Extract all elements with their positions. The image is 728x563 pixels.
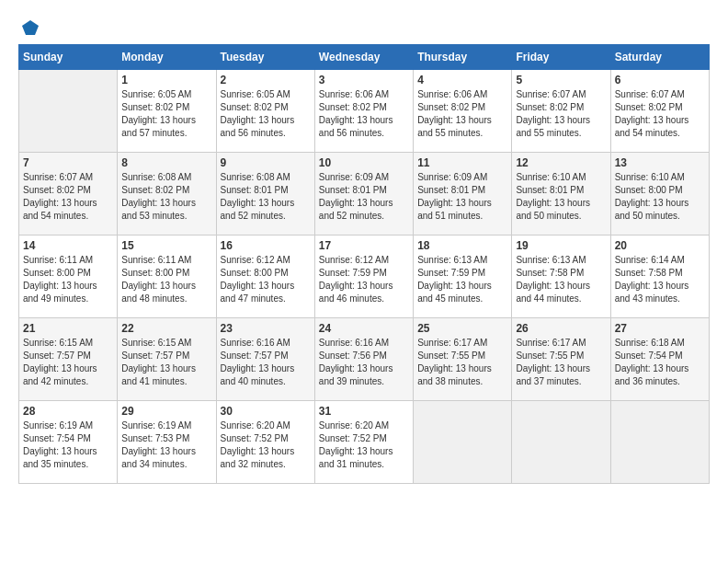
calendar-cell: 27Sunrise: 6:18 AMSunset: 7:54 PMDayligh…	[610, 318, 709, 401]
day-number: 12	[516, 156, 606, 169]
calendar-cell: 25Sunrise: 6:17 AMSunset: 7:55 PMDayligh…	[414, 318, 512, 401]
day-number: 24	[319, 322, 409, 335]
day-info: Sunrise: 6:17 AMSunset: 7:55 PMDaylight:…	[516, 337, 606, 388]
calendar-week-1: 1Sunrise: 6:05 AMSunset: 8:02 PMDaylight…	[19, 70, 710, 153]
calendar-week-3: 14Sunrise: 6:11 AMSunset: 8:00 PMDayligh…	[19, 236, 710, 318]
day-info: Sunrise: 6:10 AMSunset: 8:01 PMDaylight:…	[516, 171, 606, 223]
day-info: Sunrise: 6:11 AMSunset: 8:00 PMDaylight:…	[23, 254, 113, 305]
day-number: 1	[121, 74, 211, 86]
calendar-cell: 1Sunrise: 6:05 AMSunset: 8:02 PMDaylight…	[118, 70, 216, 153]
day-info: Sunrise: 6:19 AMSunset: 7:53 PMDaylight:…	[121, 419, 211, 471]
calendar-table: SundayMondayTuesdayWednesdayThursdayFrid…	[18, 44, 710, 484]
calendar-cell: 9Sunrise: 6:08 AMSunset: 8:01 PMDaylight…	[216, 153, 314, 236]
day-info: Sunrise: 6:10 AMSunset: 8:00 PMDaylight:…	[615, 171, 705, 223]
calendar-cell: 21Sunrise: 6:15 AMSunset: 7:57 PMDayligh…	[19, 318, 118, 401]
calendar-cell	[610, 401, 709, 484]
day-number: 22	[121, 322, 211, 335]
day-number: 14	[23, 239, 113, 252]
day-info: Sunrise: 6:07 AMSunset: 8:02 PMDaylight:…	[615, 88, 705, 140]
calendar-cell: 30Sunrise: 6:20 AMSunset: 7:52 PMDayligh…	[216, 401, 314, 484]
calendar-cell: 16Sunrise: 6:12 AMSunset: 8:00 PMDayligh…	[216, 236, 314, 318]
calendar-week-4: 21Sunrise: 6:15 AMSunset: 7:57 PMDayligh…	[19, 318, 710, 401]
calendar-cell: 28Sunrise: 6:19 AMSunset: 7:54 PMDayligh…	[19, 401, 118, 484]
day-number: 19	[516, 239, 606, 252]
calendar-cell: 18Sunrise: 6:13 AMSunset: 7:59 PMDayligh…	[414, 236, 512, 318]
day-number: 11	[417, 156, 507, 169]
day-number: 13	[615, 156, 705, 169]
day-number: 7	[23, 156, 113, 169]
day-info: Sunrise: 6:18 AMSunset: 7:54 PMDaylight:…	[615, 337, 705, 388]
calendar-cell: 29Sunrise: 6:19 AMSunset: 7:53 PMDayligh…	[118, 401, 216, 484]
day-number: 16	[221, 239, 311, 252]
calendar-cell: 26Sunrise: 6:17 AMSunset: 7:55 PMDayligh…	[512, 318, 610, 401]
day-number: 8	[121, 156, 211, 169]
day-info: Sunrise: 6:20 AMSunset: 7:52 PMDaylight:…	[221, 419, 311, 471]
day-number: 29	[121, 405, 211, 418]
day-info: Sunrise: 6:13 AMSunset: 7:58 PMDaylight:…	[516, 254, 606, 305]
day-number: 10	[319, 156, 409, 169]
calendar-cell: 10Sunrise: 6:09 AMSunset: 8:01 PMDayligh…	[314, 153, 413, 236]
weekday-header-wednesday: Wednesday	[314, 45, 413, 70]
day-info: Sunrise: 6:06 AMSunset: 8:02 PMDaylight:…	[319, 88, 409, 140]
day-info: Sunrise: 6:15 AMSunset: 7:57 PMDaylight:…	[121, 337, 211, 388]
day-number: 3	[319, 74, 409, 86]
calendar-cell: 3Sunrise: 6:06 AMSunset: 8:02 PMDaylight…	[314, 70, 413, 153]
svg-marker-0	[22, 20, 39, 35]
logo	[18, 18, 42, 35]
weekday-header-sunday: Sunday	[19, 45, 118, 70]
calendar-cell: 22Sunrise: 6:15 AMSunset: 7:57 PMDayligh…	[118, 318, 216, 401]
day-number: 15	[121, 239, 211, 252]
day-info: Sunrise: 6:16 AMSunset: 7:57 PMDaylight:…	[221, 337, 311, 388]
day-number: 31	[319, 405, 409, 418]
day-info: Sunrise: 6:17 AMSunset: 7:55 PMDaylight:…	[417, 337, 507, 388]
day-info: Sunrise: 6:12 AMSunset: 7:59 PMDaylight:…	[319, 254, 409, 305]
weekday-header-tuesday: Tuesday	[216, 45, 314, 70]
calendar-cell: 6Sunrise: 6:07 AMSunset: 8:02 PMDaylight…	[610, 70, 709, 153]
day-info: Sunrise: 6:05 AMSunset: 8:02 PMDaylight:…	[121, 88, 211, 140]
day-number: 17	[319, 239, 409, 252]
calendar-cell: 31Sunrise: 6:20 AMSunset: 7:52 PMDayligh…	[314, 401, 413, 484]
calendar-cell: 15Sunrise: 6:11 AMSunset: 8:00 PMDayligh…	[118, 236, 216, 318]
calendar-week-5: 28Sunrise: 6:19 AMSunset: 7:54 PMDayligh…	[19, 401, 710, 484]
day-number: 21	[23, 322, 113, 335]
calendar-cell	[512, 401, 610, 484]
day-info: Sunrise: 6:14 AMSunset: 7:58 PMDaylight:…	[615, 254, 705, 305]
calendar-cell	[19, 70, 118, 153]
day-info: Sunrise: 6:13 AMSunset: 7:59 PMDaylight:…	[417, 254, 507, 305]
day-number: 4	[417, 74, 507, 86]
weekday-header-thursday: Thursday	[414, 45, 512, 70]
day-info: Sunrise: 6:07 AMSunset: 8:02 PMDaylight:…	[516, 88, 606, 140]
day-info: Sunrise: 6:20 AMSunset: 7:52 PMDaylight:…	[319, 419, 409, 471]
calendar-cell: 13Sunrise: 6:10 AMSunset: 8:00 PMDayligh…	[610, 153, 709, 236]
calendar-cell: 23Sunrise: 6:16 AMSunset: 7:57 PMDayligh…	[216, 318, 314, 401]
calendar-cell: 7Sunrise: 6:07 AMSunset: 8:02 PMDaylight…	[19, 153, 118, 236]
weekday-header-friday: Friday	[512, 45, 610, 70]
day-info: Sunrise: 6:09 AMSunset: 8:01 PMDaylight:…	[319, 171, 409, 223]
calendar-cell: 4Sunrise: 6:06 AMSunset: 8:02 PMDaylight…	[414, 70, 512, 153]
weekday-header-row: SundayMondayTuesdayWednesdayThursdayFrid…	[19, 45, 710, 70]
day-info: Sunrise: 6:08 AMSunset: 8:02 PMDaylight:…	[121, 171, 211, 223]
day-info: Sunrise: 6:05 AMSunset: 8:02 PMDaylight:…	[221, 88, 311, 140]
calendar-cell: 24Sunrise: 6:16 AMSunset: 7:56 PMDayligh…	[314, 318, 413, 401]
day-number: 26	[516, 322, 606, 335]
day-info: Sunrise: 6:09 AMSunset: 8:01 PMDaylight:…	[417, 171, 507, 223]
day-info: Sunrise: 6:16 AMSunset: 7:56 PMDaylight:…	[319, 337, 409, 388]
day-number: 30	[221, 405, 311, 418]
day-info: Sunrise: 6:11 AMSunset: 8:00 PMDaylight:…	[121, 254, 211, 305]
weekday-header-monday: Monday	[118, 45, 216, 70]
day-number: 6	[615, 74, 705, 86]
page-header	[18, 18, 710, 35]
calendar-cell: 17Sunrise: 6:12 AMSunset: 7:59 PMDayligh…	[314, 236, 413, 318]
day-number: 23	[221, 322, 311, 335]
day-info: Sunrise: 6:12 AMSunset: 8:00 PMDaylight:…	[221, 254, 311, 305]
day-number: 18	[417, 239, 507, 252]
day-info: Sunrise: 6:19 AMSunset: 7:54 PMDaylight:…	[23, 419, 113, 471]
calendar-cell: 12Sunrise: 6:10 AMSunset: 8:01 PMDayligh…	[512, 153, 610, 236]
calendar-cell: 11Sunrise: 6:09 AMSunset: 8:01 PMDayligh…	[414, 153, 512, 236]
day-number: 5	[516, 74, 606, 86]
logo-flag-icon	[20, 18, 40, 39]
calendar-cell: 8Sunrise: 6:08 AMSunset: 8:02 PMDaylight…	[118, 153, 216, 236]
day-info: Sunrise: 6:15 AMSunset: 7:57 PMDaylight:…	[23, 337, 113, 388]
calendar-week-2: 7Sunrise: 6:07 AMSunset: 8:02 PMDaylight…	[19, 153, 710, 236]
calendar-cell: 19Sunrise: 6:13 AMSunset: 7:58 PMDayligh…	[512, 236, 610, 318]
